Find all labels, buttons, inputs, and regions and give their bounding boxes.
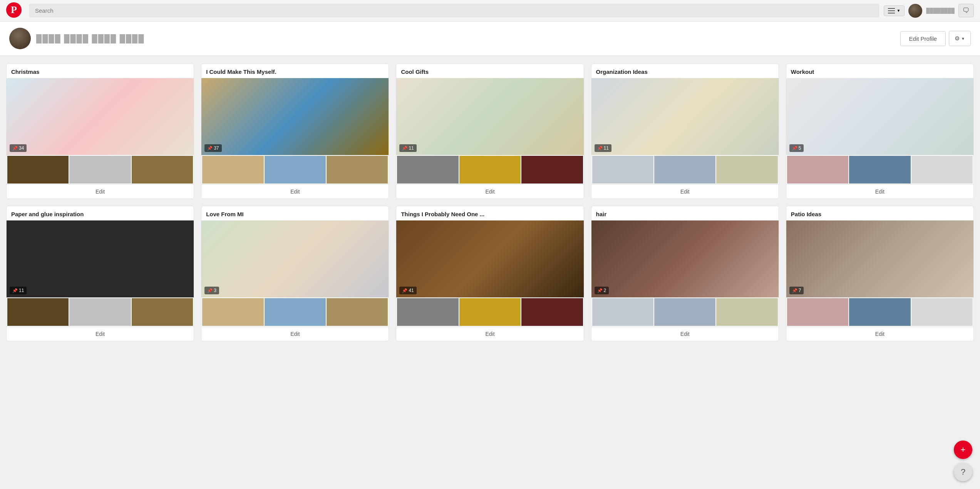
board-title-christmas: Christmas: [7, 64, 194, 78]
board-thumb-hair-2[interactable]: [716, 298, 777, 326]
board-pin-count-paper: 📌 11: [10, 287, 27, 294]
board-thumbs-christmas: [7, 155, 194, 184]
board-card-patio: Patio Ideas📌 7Edit: [786, 206, 974, 341]
board-thumbs-org: [591, 155, 779, 184]
board-edit-button-lovemi[interactable]: Edit: [201, 327, 389, 341]
board-pin-count-lovemi: 📌 3: [204, 287, 219, 294]
board-thumb-workout-1[interactable]: [849, 156, 910, 184]
board-thumb-lovemi-1[interactable]: [265, 298, 326, 326]
board-thumb-hair-1[interactable]: [654, 298, 715, 326]
settings-icon: ⚙: [955, 35, 960, 42]
board-pin-count-patio: 📌 7: [789, 287, 804, 294]
board-title-things: Things I Probably Need One ...: [396, 206, 583, 220]
profile-actions: Edit Profile ⚙ ▼: [900, 31, 971, 46]
board-thumb-org-2[interactable]: [716, 156, 777, 184]
board-thumb-patio-1[interactable]: [849, 298, 910, 326]
board-thumb-paper-0[interactable]: [7, 298, 69, 326]
board-main-image-patio[interactable]: 📌 7: [786, 220, 973, 297]
board-card-things: Things I Probably Need One ...📌 41Edit: [396, 206, 584, 341]
board-thumb-icmm-2[interactable]: [327, 156, 388, 184]
profile-avatar[interactable]: [9, 28, 31, 49]
search-input[interactable]: [35, 7, 873, 14]
board-thumb-christmas-0[interactable]: [7, 156, 69, 184]
board-thumbs-things: [396, 297, 583, 327]
board-card-christmas: Christmas📌 34Edit: [6, 63, 194, 199]
board-thumb-paper-1[interactable]: [69, 298, 131, 326]
board-thumb-icmm-0[interactable]: [202, 156, 263, 184]
board-title-workout: Workout: [786, 64, 973, 78]
settings-button[interactable]: ⚙ ▼: [949, 31, 971, 46]
board-thumbs-hair: [591, 297, 779, 327]
board-edit-button-things[interactable]: Edit: [396, 327, 583, 341]
board-thumb-christmas-1[interactable]: [69, 156, 131, 184]
board-edit-button-hair[interactable]: Edit: [591, 327, 779, 341]
board-thumb-lovemi-0[interactable]: [202, 298, 263, 326]
board-thumb-patio-0[interactable]: [787, 298, 848, 326]
settings-chevron: ▼: [961, 37, 965, 41]
board-thumb-christmas-2[interactable]: [132, 156, 193, 184]
board-main-image-hair[interactable]: 📌 2: [591, 220, 779, 297]
board-main-image-lovemi[interactable]: 📌 3: [201, 220, 389, 297]
board-pin-count-hair: 📌 2: [595, 287, 609, 294]
board-main-image-things[interactable]: 📌 41: [396, 220, 583, 297]
board-thumb-things-1[interactable]: [459, 298, 521, 326]
board-title-patio: Patio Ideas: [786, 206, 973, 220]
board-edit-button-workout[interactable]: Edit: [786, 184, 973, 199]
board-edit-button-christmas[interactable]: Edit: [7, 184, 194, 199]
board-pin-count-org: 📌 11: [595, 144, 611, 152]
board-thumb-org-0[interactable]: [592, 156, 653, 184]
boards-grid: Christmas📌 34EditI Could Make This Mysel…: [0, 56, 980, 349]
board-main-image-org[interactable]: 📌 11: [591, 78, 779, 155]
board-thumbs-patio: [786, 297, 973, 327]
board-edit-button-icmm[interactable]: Edit: [201, 184, 389, 199]
board-pin-count-icmm: 📌 37: [204, 144, 221, 152]
board-thumb-gifts-2[interactable]: [521, 156, 583, 184]
board-edit-button-gifts[interactable]: Edit: [396, 184, 583, 199]
board-thumb-things-0[interactable]: [397, 298, 458, 326]
profile-left: ████ ████ ████ ████: [9, 28, 144, 49]
board-main-image-workout[interactable]: 📌 5: [786, 78, 973, 155]
header-avatar[interactable]: [908, 4, 922, 18]
header-username[interactable]: ████████: [926, 8, 955, 13]
board-thumb-hair-0[interactable]: [592, 298, 653, 326]
board-pin-count-workout: 📌 5: [789, 144, 804, 152]
pinterest-logo[interactable]: P: [6, 2, 22, 19]
board-main-image-icmm[interactable]: 📌 37: [201, 78, 389, 155]
board-thumbs-paper: [7, 297, 194, 327]
edit-profile-button[interactable]: Edit Profile: [900, 31, 946, 46]
board-thumb-workout-2[interactable]: [911, 156, 973, 184]
profile-bar: ████ ████ ████ ████ Edit Profile ⚙ ▼: [0, 22, 980, 56]
menu-button[interactable]: ▼: [884, 5, 905, 16]
search-bar[interactable]: [29, 4, 879, 17]
board-edit-button-paper[interactable]: Edit: [7, 327, 194, 341]
board-pin-count-christmas: 📌 34: [10, 144, 27, 152]
board-main-image-christmas[interactable]: 📌 34: [7, 78, 194, 155]
board-title-gifts: Cool Gifts: [396, 64, 583, 78]
board-main-image-gifts[interactable]: 📌 11: [396, 78, 583, 155]
board-title-paper: Paper and glue inspiration: [7, 206, 194, 220]
board-edit-button-org[interactable]: Edit: [591, 184, 779, 199]
board-edit-button-patio[interactable]: Edit: [786, 327, 973, 341]
profile-name: ████ ████ ████ ████: [36, 34, 144, 43]
svg-text:P: P: [11, 4, 17, 15]
hamburger-icon: [888, 8, 895, 13]
board-card-icmm: I Could Make This Myself.📌 37Edit: [201, 63, 389, 199]
board-card-gifts: Cool Gifts📌 11Edit: [396, 63, 584, 199]
board-thumb-icmm-1[interactable]: [265, 156, 326, 184]
board-thumb-lovemi-2[interactable]: [327, 298, 388, 326]
board-thumb-org-1[interactable]: [654, 156, 715, 184]
board-thumb-gifts-0[interactable]: [397, 156, 458, 184]
board-thumb-paper-2[interactable]: [132, 298, 193, 326]
message-button[interactable]: 🗨: [958, 4, 974, 17]
board-thumb-things-2[interactable]: [521, 298, 583, 326]
board-pin-count-gifts: 📌 11: [399, 144, 416, 152]
board-thumb-gifts-1[interactable]: [459, 156, 521, 184]
board-card-hair: hair📌 2Edit: [591, 206, 779, 341]
board-thumbs-workout: [786, 155, 973, 184]
board-title-hair: hair: [591, 206, 779, 220]
board-thumb-workout-0[interactable]: [787, 156, 848, 184]
board-main-image-paper[interactable]: 📌 11: [7, 220, 194, 297]
board-title-icmm: I Could Make This Myself.: [201, 64, 389, 78]
board-thumb-patio-2[interactable]: [911, 298, 973, 326]
board-pin-count-things: 📌 41: [399, 287, 416, 294]
